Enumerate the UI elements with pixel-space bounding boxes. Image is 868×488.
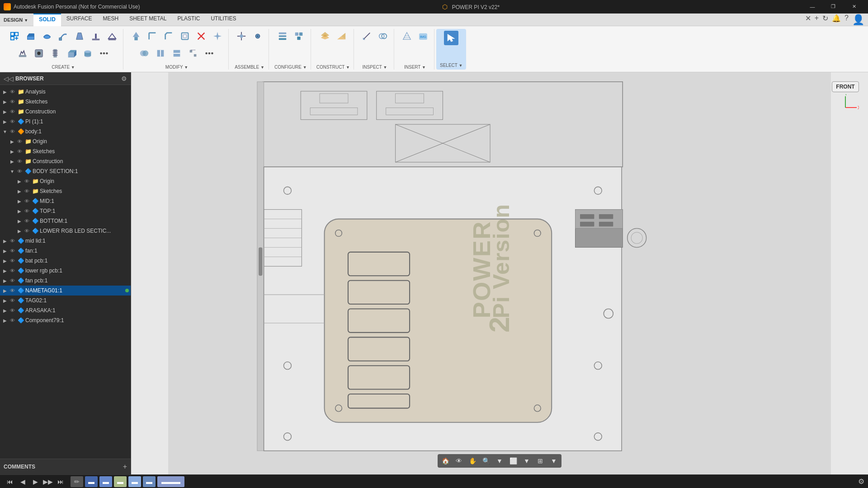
tree-item-sketches-top[interactable]: ▶ 👁 📁 Sketches [0,97,131,107]
zoom-in-button[interactable]: 🔍 [480,455,492,466]
tree-item-mid-lid1[interactable]: ▶ 👁 🔷 mid lid:1 [0,236,131,246]
tree-eye-nametag01[interactable]: 👁 [9,287,16,294]
new-tab-button[interactable]: + [815,14,819,26]
tool4-button[interactable]: ▬ [128,476,141,487]
thread-icon[interactable] [48,46,62,61]
refresh-button[interactable]: ↻ [822,14,828,26]
press-pull-icon[interactable] [129,29,143,43]
tree-item-lower-rgb-pcb1[interactable]: ▶ 👁 🔷 lower rgb pcb:1 [0,266,131,276]
hole-icon[interactable] [32,46,46,61]
tab-plastic[interactable]: PLASTIC [172,14,205,26]
viewport[interactable]: FRONT X Y [131,72,868,474]
browser-settings-button[interactable]: ⚙ [121,75,127,82]
web-icon[interactable] [105,29,119,43]
display-dropdown-button[interactable]: ▼ [520,455,533,466]
measure-icon[interactable] [359,29,374,43]
timeline-start-button[interactable]: ⏮ [4,476,16,487]
tree-item-top1[interactable]: ▶ 👁 🔷 TOP:1 [0,206,131,216]
scale-icon[interactable] [210,29,225,43]
tree-item-mid1[interactable]: ▶ 👁 🔷 MID:1 [0,196,131,206]
timeline-end-button[interactable]: ⏭ [54,476,67,487]
tree-eye-origin1[interactable]: 👁 [16,138,23,145]
tree-item-sketches2[interactable]: ▶ 👁 📁 Sketches [0,146,131,156]
view-cube[interactable]: FRONT X Y [823,81,859,117]
tree-eye-origin2[interactable]: 👁 [23,178,30,185]
grid-button[interactable]: ⊞ [534,455,547,466]
emboss-icon[interactable] [15,46,30,61]
create-new-component-icon[interactable] [7,29,22,43]
comments-add-button[interactable]: + [123,463,127,471]
loft-icon[interactable] [72,29,87,43]
interference-icon[interactable] [376,29,390,43]
tree-item-origin1[interactable]: ▶ 👁 📁 Origin [0,136,131,146]
home-view-button[interactable]: 🏠 [439,455,452,466]
tab-solid[interactable]: SOLID [33,14,61,26]
tab-surface[interactable]: SURFACE [61,14,98,26]
tree-item-pi11[interactable]: ▶ 👁 🔷 PI (1):1 [0,117,131,127]
cad-viewport[interactable]: POWER Pi Version 2 [131,72,868,474]
cylinder-icon[interactable] [80,46,95,61]
angle-plane-icon[interactable] [334,29,349,43]
design-dropdown[interactable]: DESIGN ▼ [4,17,28,23]
grid-dropdown-button[interactable]: ▼ [547,455,560,466]
tree-eye-bottom1[interactable]: 👁 [23,217,30,225]
timeline-play-button[interactable]: ▶ [29,476,42,487]
tree-eye-body-section1[interactable]: 👁 [16,168,23,175]
tree-item-construction-top[interactable]: ▶ 👁 📁 Construction [0,107,131,117]
tree-eye-mid-lid1[interactable]: 👁 [9,237,16,244]
tree-item-construction2[interactable]: ▶ 👁 📁 Construction [0,156,131,166]
timeline-next-button[interactable]: ▶▶ [42,476,54,487]
notification-button[interactable]: 🔔 [832,14,841,26]
sweep-icon[interactable] [56,29,71,43]
more-modify-icon[interactable] [202,46,217,61]
tree-eye-analysis[interactable]: 👁 [9,88,16,95]
shell-icon[interactable] [178,29,192,43]
tree-item-sketches3[interactable]: ▶ 👁 📁 Sketches [0,186,131,196]
tree-item-body1[interactable]: ▼ 👁 🔶 body:1 [0,127,131,136]
tab-sheet-metal[interactable]: SHEET METAL [124,14,172,26]
tree-eye-component791[interactable]: 👁 [9,317,16,324]
tree-item-arasaka1[interactable]: ▶ 👁 🔷 ARASAKA:1 [0,305,131,315]
statusbar-settings-button[interactable]: ⚙ [858,477,864,486]
close-button[interactable]: ✕ [844,0,864,14]
rib-icon[interactable] [89,29,103,43]
view-mode-button[interactable]: 👁 [453,455,465,466]
tool6-button[interactable]: ▬▬▬ [157,476,184,487]
parameters-icon[interactable] [275,29,290,43]
profile-button[interactable]: 👤 [852,14,864,26]
tree-item-fan1[interactable]: ▶ 👁 🔷 fan:1 [0,246,131,256]
revolve-icon[interactable] [40,29,54,43]
select-icon[interactable] [444,31,458,45]
tree-eye-mid1[interactable]: 👁 [23,197,30,205]
tree-item-bottom1[interactable]: ▶ 👁 🔷 BOTTOM:1 [0,216,131,226]
split-body-icon[interactable] [170,46,184,61]
timeline-prev-button[interactable]: ◀ [16,476,29,487]
tree-eye-arasaka1[interactable]: 👁 [9,307,16,314]
tree-eye-lower-rgb[interactable]: 👁 [23,227,30,235]
solid-tool-button[interactable]: ▬ [85,476,98,487]
tree-item-body-section1[interactable]: ▼ 👁 🔷 BODY SECTION:1 [0,166,131,176]
tree-item-nametag01[interactable]: ▶ 👁 🔷 NAMETAG01:1 [0,286,131,296]
browser-back-button[interactable]: ◁◁ [4,75,14,82]
more-create-icon[interactable] [97,46,111,61]
joint-icon[interactable] [234,29,249,43]
tree-eye-sketches2[interactable]: 👁 [16,148,23,155]
tree-item-lower-rgb[interactable]: ▶ 👁 🔷 LOWER RGB LED SECTIC... [0,226,131,236]
tab-utilities[interactable]: UTILITIES [205,14,241,26]
tab-mesh[interactable]: MESH [98,14,124,26]
tree-eye-lower-rgb-pcb1[interactable]: 👁 [9,267,16,274]
minimize-button[interactable]: — [802,0,823,14]
surface-tool-button[interactable]: ▬ [99,476,112,487]
tree-eye-construction-top[interactable]: 👁 [9,108,16,115]
split-face-icon[interactable] [153,46,168,61]
chamfer-icon[interactable] [161,29,176,43]
align-icon[interactable] [186,46,200,61]
fillet-icon[interactable] [145,29,160,43]
box-icon[interactable] [64,46,79,61]
tree-item-origin2[interactable]: ▶ 👁 📁 Origin [0,176,131,186]
tree-item-component791[interactable]: ▶ 👁 🔷 Component79:1 [0,315,131,325]
orbit-button[interactable]: ✋ [466,455,479,466]
tree-eye-tag021[interactable]: 👁 [9,297,16,304]
tree-item-fan-pcb1[interactable]: ▶ 👁 🔷 fan pcb:1 [0,276,131,286]
tree-eye-body1[interactable]: 👁 [9,128,16,135]
